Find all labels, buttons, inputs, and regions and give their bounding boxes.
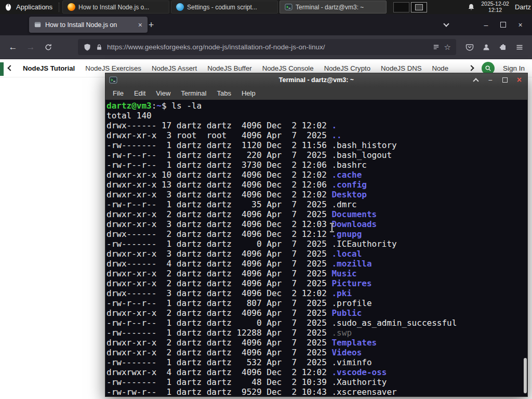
panel-separator (59, 3, 60, 12)
terminal-output-line: -rw-rw-r-- 1 dartz dartz 9529 Dec 2 10:4… (107, 387, 527, 396)
terminal-title: Terminal - dartz@vm3: ~ (279, 76, 354, 84)
file-name: Documents (331, 209, 377, 219)
nav-link-nodejs-crypto[interactable]: NodeJS Crypto (324, 64, 370, 72)
page-edge-accent (0, 62, 4, 76)
menu-item-help[interactable]: Help (236, 89, 261, 97)
file-name: Videos (331, 348, 362, 357)
taskbar-item-firefox[interactable]: How to Install Node.js o... (62, 1, 169, 14)
menu-item-edit[interactable]: Edit (129, 89, 151, 97)
file-name: .bash_logout (331, 150, 392, 160)
terminal-output-line: drwx------ 2 dartz dartz 4096 Dec 2 12:1… (107, 229, 527, 239)
applications-label: Applications (16, 3, 52, 11)
menu-item-view[interactable]: View (151, 89, 176, 97)
file-name: .Xauthority (331, 377, 387, 387)
menu-item-terminal[interactable]: Terminal (176, 89, 211, 97)
terminal-minimize-button[interactable]: − (486, 76, 494, 84)
file-name: Public (331, 308, 362, 318)
tab-strip: How to Install Node.js on × + – × (0, 14, 532, 35)
hamburger-menu-icon[interactable] (511, 38, 528, 56)
terminal-output-line: drwxr-xr-x 3 root root 4096 Apr 7 2025 .… (107, 130, 527, 140)
back-button[interactable]: ← (4, 38, 22, 56)
clock-time: 12:12 (481, 7, 509, 14)
nav-link-nodejs-dns[interactable]: NodeJS DNS (381, 64, 421, 72)
terminal-shade-button[interactable] (472, 76, 480, 84)
menu-item-tabs[interactable]: Tabs (211, 89, 236, 97)
terminal-output-line: drwxr-xr-x 2 dartz dartz 4096 Apr 7 2025… (107, 209, 527, 219)
terminal-output-line: drwxr-xr-x 3 dartz dartz 4096 Dec 2 12:0… (107, 219, 527, 229)
taskbar-item-label: Settings - codium script... (187, 4, 257, 11)
panel-status-area: 2025-12-02 12:12 Dartz (467, 1, 532, 13)
terminal-window: Terminal - dartz@vm3: ~ − × File Edit Vi… (105, 73, 528, 397)
maximize-icon (500, 22, 506, 28)
terminal-output-line: drwxr-xr-x 2 dartz dartz 4096 Apr 7 2025… (107, 269, 527, 278)
notification-bell-icon[interactable] (467, 3, 475, 11)
file-name: .cache (331, 170, 362, 180)
taskbar-item-codium[interactable]: Settings - codium script... (171, 1, 278, 14)
applications-menu-button[interactable]: Applications (0, 0, 59, 14)
workspace-2[interactable] (411, 2, 427, 12)
file-name: .viminfo (331, 357, 371, 367)
url-bar[interactable]: https://www.geeksforgeeks.org/node-js/in… (78, 39, 456, 55)
nav-scroll-right-icon[interactable] (468, 65, 474, 71)
whisker-menu-icon (4, 3, 12, 11)
terminal-output-line: drwxr-xr-x 2 dartz dartz 4096 Apr 7 2025… (107, 338, 527, 348)
new-tab-button[interactable]: + (144, 18, 158, 32)
browser-tab[interactable]: How to Install Node.js on × (29, 17, 148, 33)
bookmark-star-icon[interactable]: ☆ (444, 43, 451, 51)
terminal-output-line: -rw------- 1 dartz dartz 12288 Apr 7 202… (107, 328, 527, 338)
clock[interactable]: 2025-12-02 12:12 (481, 1, 509, 13)
browser-close-button[interactable]: × (512, 14, 529, 35)
terminal-output-line: -rw-r--r-- 1 dartz dartz 807 Apr 7 2025 … (107, 298, 527, 308)
lock-icon[interactable] (96, 44, 103, 51)
workspace-window-thumb (415, 4, 423, 10)
tracking-shield-icon[interactable] (83, 43, 91, 51)
terminal-listing: drwx------ 17 dartz dartz 4096 Dec 2 12:… (107, 121, 527, 396)
codium-icon (176, 3, 184, 11)
browser-maximize-button[interactable] (495, 14, 512, 35)
extensions-puzzle-icon[interactable] (495, 38, 511, 56)
sign-in-button[interactable]: Sign In (503, 64, 525, 72)
nav-link-nodejs-buffer[interactable]: NodeJS Buffer (207, 64, 252, 72)
nav-link-node[interactable]: Node (432, 64, 448, 72)
terminal-maximize-button[interactable] (501, 76, 509, 84)
tab-title: How to Install Node.js on (45, 21, 134, 29)
terminal-titlebar[interactable]: Terminal - dartz@vm3: ~ − × (105, 73, 527, 87)
reader-view-icon[interactable] (432, 43, 440, 51)
navigation-toolbar: ← → https://www.geeksforgeeks.org/node-j… (0, 35, 532, 59)
browser-minimize-button[interactable]: – (477, 14, 495, 35)
nav-link-nodejs-assert[interactable]: NodeJS Assert (152, 64, 197, 72)
tab-close-icon[interactable]: × (138, 21, 143, 29)
workspace-switcher (393, 2, 427, 12)
reload-button[interactable] (39, 38, 57, 56)
terminal-window-controls: − × (472, 73, 523, 87)
file-name: Downloads (331, 219, 377, 229)
taskbar-item-terminal[interactable]: Terminal - dartz@vm3: ~ (280, 1, 387, 14)
nav-link-nodejs-tutorial[interactable]: NodeJS Tutorial (23, 64, 75, 72)
list-all-tabs-button[interactable] (439, 18, 454, 32)
nav-link-nodejs-console[interactable]: NodeJS Console (262, 64, 314, 72)
url-text[interactable]: https://www.geeksforgeeks.org/node-js/in… (107, 43, 428, 51)
taskbar-item-label: How to Install Node.js o... (78, 4, 149, 11)
terminal-body[interactable]: dartz@vm3:~$ ls -la total 140 drwx------… (105, 100, 527, 396)
account-icon[interactable] (478, 38, 495, 56)
nav-link-nodejs-exercises[interactable]: NodeJS Exercises (85, 64, 141, 72)
forward-button[interactable]: → (22, 38, 39, 56)
file-name: Templates (331, 338, 377, 348)
terminal-output-line: -rw-r--r-- 1 dartz dartz 35 Apr 7 2025 .… (107, 200, 527, 209)
file-name: .ICEauthority (331, 239, 396, 249)
mouse-cursor-ibeam (329, 222, 335, 235)
terminal-scrollbar-thumb[interactable] (524, 358, 527, 393)
terminal-prompt-line: dartz@vm3:~$ ls -la (107, 101, 527, 111)
menu-item-file[interactable]: File (108, 89, 129, 97)
terminal-close-button[interactable]: × (515, 76, 523, 84)
workspace-1[interactable] (393, 2, 409, 12)
file-name: Pictures (331, 278, 371, 288)
terminal-output-line: drwxr-xr-x 2 dartz dartz 4096 Apr 7 2025… (107, 308, 527, 318)
terminal-total-line: total 140 (107, 111, 527, 121)
nav-scroll-left-icon[interactable] (7, 65, 13, 71)
terminal-output-line: drwx------ 17 dartz dartz 4096 Dec 2 12:… (107, 121, 527, 130)
file-name: .gnupg (331, 229, 362, 239)
pocket-icon[interactable] (461, 38, 478, 56)
firefox-icon (68, 3, 75, 11)
file-name: .dmrc (331, 200, 356, 209)
